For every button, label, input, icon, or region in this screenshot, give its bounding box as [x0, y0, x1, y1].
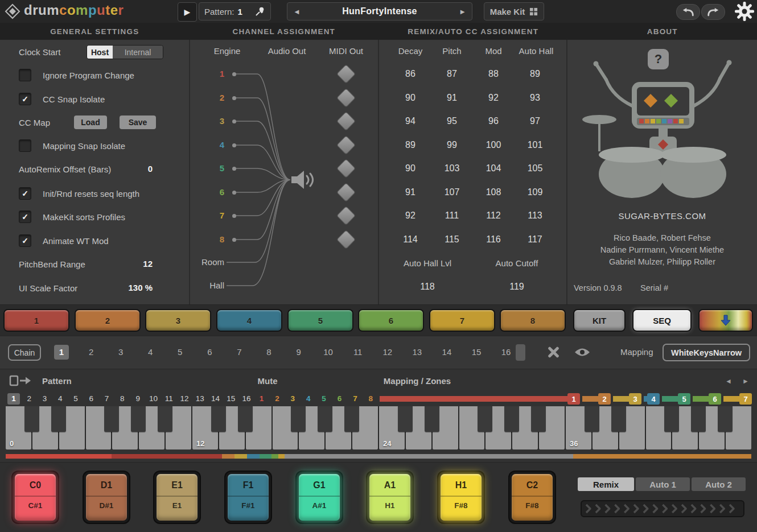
- pattern-step-7[interactable]: 7: [101, 393, 113, 405]
- chain-step-16[interactable]: 16: [499, 345, 513, 360]
- pin-icon[interactable]: [255, 6, 265, 17]
- cc-map-load-button[interactable]: Load: [74, 116, 107, 129]
- black-key-oct3-1[interactable]: [585, 406, 599, 432]
- auto-1-button[interactable]: Auto 1: [636, 477, 690, 491]
- animate-wt-checkbox[interactable]: ✓: [19, 234, 31, 247]
- cc-value-row3-col2[interactable]: 95: [432, 115, 472, 127]
- engine-4-audio-node[interactable]: [232, 143, 236, 147]
- undo-button[interactable]: [676, 4, 700, 20]
- zone-7-bar[interactable]: [723, 396, 739, 402]
- chain-step-14[interactable]: 14: [439, 345, 454, 360]
- channel-button-5[interactable]: 5: [289, 310, 352, 331]
- engine-5-audio-node[interactable]: [232, 167, 236, 171]
- zone-7-number[interactable]: 7: [739, 393, 752, 405]
- tab-channel-assignment[interactable]: CHANNEL ASSIGNMENT: [190, 23, 379, 40]
- drum-pad-surface[interactable]: E1E1: [157, 474, 198, 521]
- drum-pad-surface[interactable]: H1F#8: [441, 474, 482, 521]
- autoremix-offset-value[interactable]: 0: [148, 162, 153, 176]
- pattern-step-2[interactable]: 2: [23, 393, 35, 405]
- zone-3-bar[interactable]: [613, 396, 629, 402]
- black-key-oct3-2[interactable]: [611, 406, 626, 432]
- mute-channel-7[interactable]: 7: [349, 393, 361, 405]
- cc-value-row4-col4[interactable]: 101: [515, 139, 555, 151]
- engine-6-audio-node[interactable]: [232, 191, 236, 195]
- pattern-step-6[interactable]: 6: [85, 393, 97, 405]
- chain-step-2[interactable]: 2: [84, 345, 98, 360]
- redo-button[interactable]: [701, 4, 725, 20]
- black-key-oct2-5[interactable]: [504, 406, 519, 432]
- black-key-oct0-4[interactable]: [104, 406, 119, 432]
- cc-value-row2-col1[interactable]: 90: [390, 92, 430, 104]
- ui-scale-value[interactable]: 130 %: [128, 281, 153, 295]
- chain-step-10[interactable]: 10: [321, 345, 336, 360]
- black-key-oct0-2[interactable]: [51, 406, 66, 432]
- pattern-value[interactable]: 1: [238, 7, 242, 17]
- eye-icon[interactable]: [574, 347, 591, 358]
- chain-step-15[interactable]: 15: [469, 345, 484, 360]
- zone-2[interactable]: 2: [582, 393, 611, 405]
- preset-next-button[interactable]: ►: [459, 7, 466, 16]
- channel-button-7[interactable]: 7: [430, 310, 494, 331]
- drum-pad-a1[interactable]: A1H1: [367, 472, 413, 523]
- mute-channel-6[interactable]: 6: [334, 393, 346, 405]
- kit-drop-button[interactable]: [700, 310, 752, 331]
- pattern-copy-icon[interactable]: [9, 374, 32, 387]
- zone-4[interactable]: 4: [644, 393, 660, 405]
- zones-prev-button[interactable]: ◄: [725, 377, 732, 385]
- cc-value-row1-col2[interactable]: 87: [432, 68, 472, 80]
- cc-value-row2-col2[interactable]: 91: [432, 92, 472, 104]
- cc-map-save-button[interactable]: Save: [120, 116, 156, 129]
- pattern-step-10[interactable]: 10: [147, 393, 159, 405]
- zone-6[interactable]: 6: [693, 393, 721, 405]
- pattern-step-13[interactable]: 13: [194, 393, 206, 405]
- tab-general-settings[interactable]: GENERAL SETTINGS: [0, 23, 190, 40]
- black-key-oct3-5[interactable]: [691, 406, 706, 432]
- pattern-step-5[interactable]: 5: [69, 393, 82, 405]
- zone-3-number[interactable]: 3: [629, 393, 641, 405]
- keys-mode-button[interactable]: WhiteKeysNarrow: [663, 344, 750, 361]
- chain-step-6[interactable]: 6: [202, 345, 217, 360]
- pattern-step-12[interactable]: 12: [178, 393, 191, 405]
- preset-name[interactable]: HunFortyIntense: [301, 6, 459, 17]
- cc-value-row8-col4[interactable]: 117: [515, 233, 555, 246]
- drum-pad-c2[interactable]: C2F#8: [509, 472, 555, 523]
- drum-pad-h1[interactable]: H1F#8: [438, 472, 484, 523]
- cc-value-row7-col2[interactable]: 111: [432, 209, 472, 222]
- cc-value-row6-col2[interactable]: 107: [432, 186, 472, 199]
- pattern-selector[interactable]: Pattern: 1: [199, 2, 271, 20]
- black-key-oct0-6[interactable]: [158, 406, 172, 432]
- cc-value-row8-col3[interactable]: 116: [474, 233, 513, 246]
- mute-channel-5[interactable]: 5: [318, 393, 330, 405]
- cc-value-row3-col3[interactable]: 96: [474, 115, 513, 127]
- black-key-oct1-5[interactable]: [318, 406, 332, 432]
- black-key-oct0-1[interactable]: [24, 406, 39, 432]
- tab-about[interactable]: ABOUT: [568, 23, 757, 40]
- mapping-snap-isolate-checkbox[interactable]: [19, 139, 31, 152]
- settings-gear-button[interactable]: [734, 1, 755, 22]
- engine-1-audio-node[interactable]: [232, 72, 236, 76]
- drum-pad-f1[interactable]: F1F#1: [225, 472, 271, 523]
- mute-channel-2[interactable]: 2: [271, 393, 283, 405]
- cc-snap-isolate-checkbox[interactable]: ✓: [19, 93, 31, 105]
- zone-2-number[interactable]: 2: [598, 393, 611, 405]
- black-key-oct1-4[interactable]: [291, 406, 306, 432]
- clock-start-internal-option[interactable]: Internal: [113, 46, 163, 59]
- cc-value-row5-col3[interactable]: 104: [474, 162, 513, 175]
- engine-3-audio-node[interactable]: [232, 119, 236, 123]
- zone-1[interactable]: 1: [380, 393, 580, 405]
- channel-button-kit[interactable]: KIT: [574, 310, 624, 331]
- cc-value-row6-col3[interactable]: 108: [474, 186, 513, 199]
- website-link[interactable]: SUGAR-BYTES.COM: [567, 211, 757, 221]
- channel-button-seq[interactable]: SEQ: [633, 310, 690, 331]
- black-key-oct1-2[interactable]: [238, 406, 253, 432]
- chain-step-1[interactable]: 1: [54, 345, 69, 360]
- makekit-sorts-checkbox[interactable]: ✓: [19, 211, 31, 223]
- ignore-program-change-checkbox[interactable]: [19, 69, 31, 81]
- zone-2-bar[interactable]: [582, 396, 598, 402]
- zone-4-number[interactable]: 4: [647, 393, 660, 405]
- preset-prev-button[interactable]: ◄: [293, 7, 301, 16]
- clear-x-button[interactable]: [546, 345, 560, 360]
- drum-pad-surface[interactable]: G1A#1: [299, 474, 340, 521]
- black-key-oct1-1[interactable]: [211, 406, 226, 432]
- cc-value-row8-col2[interactable]: 115: [432, 233, 472, 246]
